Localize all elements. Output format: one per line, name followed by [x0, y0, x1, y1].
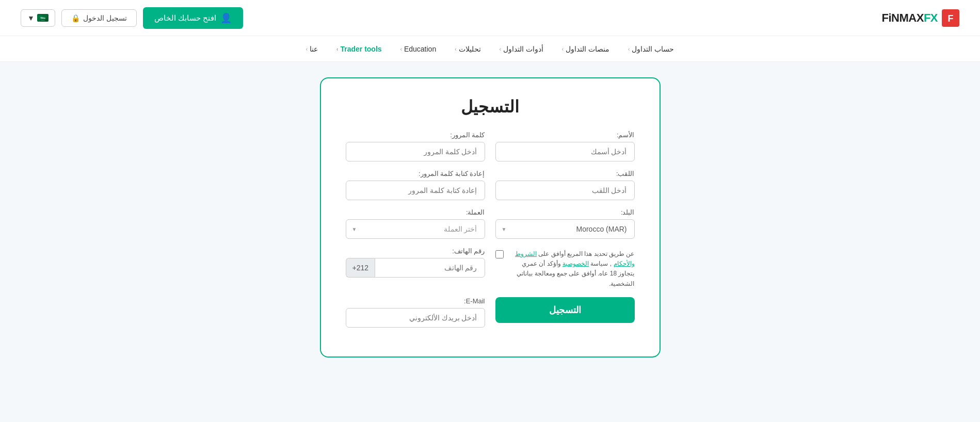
nav-item-trader-tools[interactable]: Trader tools ›	[327, 36, 391, 62]
registration-form-card: التسجيل الأسم: كلمة المرور: اللقب: إعادة…	[320, 77, 661, 358]
nav-label: منصات التداول	[566, 45, 609, 53]
phone-input-wrapper: +212	[346, 258, 485, 278]
currency-label: العملة:	[346, 208, 485, 216]
nav-item-trading-account[interactable]: حساب التداول ›	[619, 36, 683, 62]
terms-checkbox[interactable]	[495, 250, 504, 258]
chevron-icon: ›	[455, 46, 456, 52]
nav-label: تحليلات	[459, 45, 481, 53]
nav-item-trading-platforms[interactable]: منصات التداول ›	[553, 36, 619, 62]
nav-item-education[interactable]: Education ›	[391, 36, 446, 62]
terms-text: عن طريق تحديد هذا المربع أوافق على الشرو…	[508, 249, 635, 289]
chevron-icon: ›	[562, 46, 564, 52]
person-icon: 👤	[220, 12, 232, 24]
logo-text: FiNMAXFX	[882, 11, 938, 25]
nav-label: عنا	[310, 45, 318, 53]
country-group: البلد: Morocco (MAR)	[495, 208, 635, 239]
open-account-label: افتح حسابك الخاص	[154, 13, 216, 23]
currency-select-wrapper: أختر العملة	[346, 219, 485, 239]
language-button[interactable]: 🇸🇦 ▼	[21, 9, 55, 27]
register-col: التسجيل	[495, 297, 635, 328]
main-content: التسجيل الأسم: كلمة المرور: اللقب: إعادة…	[0, 62, 980, 422]
logo-max: MAX	[899, 11, 923, 24]
lock-icon: 🔒	[71, 14, 80, 22]
logo-fx: FX	[924, 11, 938, 24]
country-select[interactable]: Morocco (MAR)	[495, 219, 635, 239]
email-input[interactable]	[346, 308, 485, 328]
register-button[interactable]: التسجيل	[495, 297, 635, 323]
last-name-input[interactable]	[495, 181, 635, 200]
privacy-link[interactable]: الخصوصية	[563, 260, 589, 267]
terms-col: عن طريق تحديد هذا المربع أوافق على الشرو…	[495, 247, 635, 289]
svg-text:F: F	[948, 13, 954, 24]
open-account-button[interactable]: 👤 افتح حسابك الخاص	[143, 7, 243, 29]
phone-input[interactable]	[375, 258, 485, 278]
flag-icon: 🇸🇦	[37, 14, 49, 22]
chevron-icon: ›	[400, 46, 402, 52]
phone-prefix: +212	[346, 258, 375, 278]
form-row-1: الأسم: كلمة المرور:	[346, 131, 635, 161]
email-label: E-Mail:	[346, 297, 485, 305]
confirm-password-label: إعادة كتابة كلمة المرور:	[346, 170, 485, 177]
chevron-icon: ›	[306, 46, 308, 52]
navigation: حساب التداول › منصات التداول › أدوات الت…	[0, 36, 980, 62]
nav-label: Trader tools	[340, 45, 381, 53]
country-select-wrapper: Morocco (MAR)	[495, 219, 635, 239]
last-name-label: اللقب:	[495, 170, 635, 177]
email-group: E-Mail:	[346, 297, 485, 328]
nav-item-trading-tools[interactable]: أدوات التداول ›	[490, 36, 553, 62]
currency-select[interactable]: أختر العملة	[346, 219, 485, 239]
form-row-3: البلد: Morocco (MAR) العملة: أختر العملة	[346, 208, 635, 239]
first-name-group: الأسم:	[495, 131, 635, 161]
first-name-label: الأسم:	[495, 131, 635, 139]
login-button[interactable]: تسجيل الدخول 🔒	[61, 9, 137, 27]
last-name-group: اللقب:	[495, 170, 635, 200]
password-label: كلمة المرور:	[346, 131, 485, 139]
chevron-icon: ›	[336, 46, 338, 52]
phone-group: رقم الهاتف: +212	[346, 247, 485, 278]
password-group: كلمة المرور:	[346, 131, 485, 161]
nav-label: أدوات التداول	[503, 45, 543, 53]
nav-item-about[interactable]: عنا ›	[297, 36, 327, 62]
logo-fin: FiN	[882, 11, 899, 24]
header: F FiNMAXFX 👤 افتح حسابك الخاص تسجيل الدخ…	[0, 0, 980, 36]
nav-label: Education	[404, 45, 436, 53]
confirm-password-group: إعادة كتابة كلمة المرور:	[346, 170, 485, 200]
lang-chevron: ▼	[27, 14, 35, 22]
confirm-password-input[interactable]	[346, 181, 485, 200]
nav-label: حساب التداول	[632, 45, 674, 53]
terms-checkbox-wrapper: عن طريق تحديد هذا المربع أوافق على الشرو…	[495, 249, 635, 289]
chevron-icon: ›	[628, 46, 630, 52]
password-input[interactable]	[346, 142, 485, 161]
currency-group: العملة: أختر العملة	[346, 208, 485, 239]
logo: F FiNMAXFX	[882, 9, 959, 27]
logo-icon: F	[942, 9, 959, 27]
form-row-2: اللقب: إعادة كتابة كلمة المرور:	[346, 170, 635, 200]
form-row-5: التسجيل E-Mail:	[346, 297, 635, 328]
phone-label: رقم الهاتف:	[346, 247, 485, 255]
form-title: التسجيل	[346, 97, 635, 117]
first-name-input[interactable]	[495, 142, 635, 161]
nav-item-analysis[interactable]: تحليلات ›	[445, 36, 490, 62]
chevron-icon: ›	[500, 46, 501, 52]
country-label: البلد:	[495, 208, 635, 216]
login-label: تسجيل الدخول	[83, 14, 127, 22]
form-row-4: عن طريق تحديد هذا المربع أوافق على الشرو…	[346, 247, 635, 289]
header-actions: 👤 افتح حسابك الخاص تسجيل الدخول 🔒 🇸🇦 ▼	[21, 7, 243, 29]
